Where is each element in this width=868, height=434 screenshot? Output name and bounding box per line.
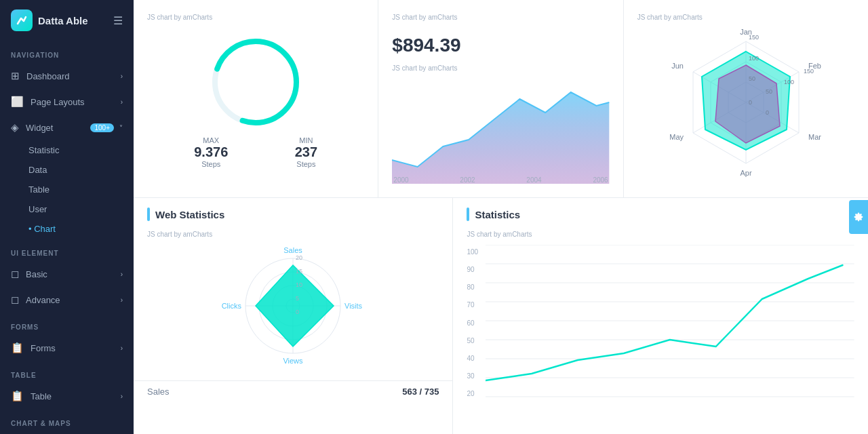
sidebar-logo: Datta Able [11, 9, 88, 31]
max-unit: Steps [194, 160, 228, 168]
sidebar-sub-user[interactable]: User [0, 199, 134, 219]
svg-text:100: 100 [749, 55, 759, 62]
web-stats-chart-label: JS chart by amCharts [147, 231, 439, 238]
stats-chart-label: JS chart by amCharts [467, 231, 854, 238]
bottom-row: Web Statistics JS chart by amCharts [134, 197, 868, 434]
widget-arrow: ˅ [119, 124, 123, 132]
svg-text:Clicks: Clicks [222, 302, 242, 310]
min-unit: Steps [295, 160, 317, 168]
widget-label: Widget [26, 123, 53, 133]
svg-text:May: May [669, 133, 684, 141]
statistics-body: JS chart by amCharts 100 90 80 70 60 50 … [453, 231, 868, 414]
price-area-chart [392, 79, 609, 184]
gauge-stats: MAX 9.376 Steps MIN 237 Steps [147, 136, 364, 168]
price-chart-area: 2000 2002 2004 2006 [392, 79, 609, 184]
chart-maps-label: Chart & Maps [0, 409, 134, 431]
forms-label-text: Forms [31, 343, 56, 353]
svg-text:Apr: Apr [740, 169, 751, 177]
table-label: Table [0, 361, 134, 383]
sidebar-item-page-layouts[interactable]: ⬜ Page Layouts › [0, 89, 134, 115]
table-label-text: Table [31, 391, 52, 401]
sidebar-header: Datta Able ☰ [0, 0, 134, 41]
settings-icon [854, 212, 863, 222]
widget-badge: 100+ [90, 123, 114, 132]
y-label-70: 70 [467, 301, 478, 309]
card-gauge: JS chart by amCharts MAX 9.376 Steps MIN [134, 0, 378, 197]
dashboard-label: Dashboard [26, 71, 70, 81]
advance-label: Advance [26, 295, 60, 305]
card-radar: JS chart by amCharts [624, 0, 868, 197]
sidebar-sub-chart[interactable]: Chart [0, 219, 134, 239]
min-value: 237 [295, 144, 317, 160]
y-label-30: 30 [467, 372, 478, 380]
nav-section-label: Navigation [0, 41, 134, 63]
x-label-2002: 2002 [460, 176, 475, 184]
web-stats-body: JS chart by amCharts [134, 231, 452, 380]
svg-text:100: 100 [784, 79, 794, 85]
y-label-40: 40 [467, 355, 478, 362]
y-label-50: 50 [467, 337, 478, 344]
x-label-2000: 2000 [393, 176, 408, 184]
right-settings-button[interactable] [849, 200, 868, 234]
price-sub-label: JS chart by amCharts [392, 64, 609, 72]
x-label-2006: 2006 [593, 176, 608, 184]
sales-value: 563 / 735 [402, 387, 439, 397]
web-stats-chart: Sales Visits Views Clicks 20 15 10 5 0 [147, 245, 439, 367]
sidebar-item-forms[interactable]: 📋 Forms › [0, 335, 134, 361]
price-chart-label: JS chart by amCharts [392, 14, 609, 21]
y-label-20: 20 [467, 390, 478, 397]
gauge-max: MAX 9.376 Steps [194, 136, 228, 168]
sidebar-item-dashboard[interactable]: ⊞ Dashboard › [0, 63, 134, 89]
y-label-100: 100 [467, 248, 478, 256]
y-label-80: 80 [467, 283, 478, 291]
card-statistics: Statistics JS chart by amCharts 100 90 8… [453, 197, 868, 434]
page-layouts-label: Page Layouts [31, 97, 85, 107]
svg-text:0: 0 [766, 109, 769, 116]
sidebar-sub-statistic[interactable]: Statistic [0, 140, 134, 160]
svg-text:10: 10 [296, 281, 302, 288]
advance-icon: ◻ [11, 294, 19, 306]
basic-icon: ◻ [11, 268, 19, 280]
statistics-accent [467, 208, 469, 221]
svg-text:150: 150 [749, 34, 759, 41]
statistics-title: Statistics [475, 209, 520, 220]
svg-text:15: 15 [296, 268, 302, 275]
sales-row: Sales 563 / 735 [134, 380, 452, 402]
web-stats-accent [147, 208, 150, 221]
statistics-chart-container: 100 90 80 70 60 50 40 30 20 [467, 245, 854, 401]
dashboard-arrow: › [121, 73, 123, 80]
page-layouts-arrow: › [121, 98, 123, 106]
svg-text:5: 5 [296, 295, 299, 302]
gauge-chart-label: JS chart by amCharts [147, 14, 364, 21]
sidebar-sub-table[interactable]: Table [0, 180, 134, 199]
svg-text:0: 0 [296, 309, 299, 315]
sidebar-item-advance[interactable]: ◻ Advance › [0, 287, 134, 313]
svg-text:Sales: Sales [283, 246, 302, 254]
svg-text:50: 50 [766, 88, 772, 95]
dashboard-icon: ⊞ [11, 70, 20, 82]
max-label: MAX [194, 136, 228, 144]
app-name: Datta Able [38, 15, 88, 26]
card-price: JS chart by amCharts $894.39 JS chart by… [378, 0, 623, 197]
radar-svg: Jan Feb Mar Apr May Jun 150 150 100 100 … [665, 28, 827, 177]
hamburger-icon[interactable]: ☰ [113, 14, 123, 27]
web-stats-title: Web Statistics [155, 209, 224, 220]
svg-text:Views: Views [283, 357, 304, 365]
svg-text:0: 0 [749, 99, 752, 106]
statistics-svg [486, 245, 854, 401]
min-label: MIN [295, 136, 317, 144]
sidebar-item-widget[interactable]: ◈ Widget 100+ ˅ [0, 115, 134, 140]
widget-icon: ◈ [11, 121, 19, 134]
y-label-90: 90 [467, 266, 478, 273]
svg-marker-2 [392, 92, 609, 184]
svg-text:50: 50 [749, 75, 755, 82]
svg-marker-34 [256, 265, 334, 347]
sidebar-item-basic[interactable]: ◻ Basic › [0, 261, 134, 287]
page-layouts-icon: ⬜ [11, 96, 24, 108]
sidebar-item-table[interactable]: 📋 Table › [0, 383, 134, 409]
statistics-header: Statistics [453, 198, 868, 231]
sidebar-sub-data[interactable]: Data [0, 160, 134, 180]
card-web-stats: Web Statistics JS chart by amCharts [134, 197, 453, 434]
price-value: $894.39 [392, 28, 609, 59]
svg-text:Visits: Visits [344, 302, 363, 310]
